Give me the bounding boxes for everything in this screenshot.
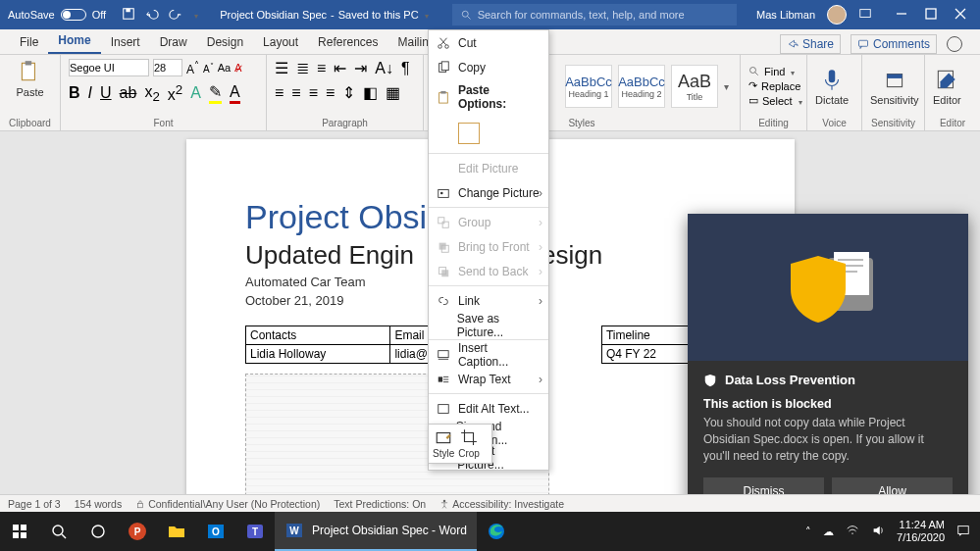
tab-layout[interactable]: Layout xyxy=(253,31,308,54)
tray-notifications-icon[interactable] xyxy=(956,524,970,539)
ribbon-display-icon[interactable] xyxy=(858,7,872,23)
show-marks-icon[interactable]: ¶ xyxy=(401,60,410,77)
share-button[interactable]: Share xyxy=(780,34,841,54)
maximize-icon[interactable] xyxy=(925,8,937,22)
tray-chevron-icon[interactable]: ˄ xyxy=(805,526,811,538)
increase-font-icon[interactable]: A˄ xyxy=(186,60,199,76)
shading-icon[interactable]: ◧ xyxy=(363,83,378,102)
feedback-icon[interactable] xyxy=(947,36,962,52)
borders-icon[interactable]: ▦ xyxy=(386,83,400,102)
bold-button[interactable]: B xyxy=(69,84,80,102)
taskbar-powerpoint[interactable]: P xyxy=(118,512,157,551)
select-button[interactable]: ▭Select xyxy=(748,94,802,107)
mini-style-button[interactable]: Style xyxy=(433,428,454,459)
clear-format-icon[interactable]: A̷ xyxy=(234,62,242,75)
ctx-save-as-picture[interactable]: Save as Picture... xyxy=(429,313,548,337)
font-size-input[interactable] xyxy=(153,59,182,76)
taskbar-word-active[interactable]: W Project Obsidian Spec - Word xyxy=(275,512,477,551)
document-title: Project Obsidian Spec - Saved to this PC xyxy=(206,9,441,21)
mini-crop-button[interactable]: Crop xyxy=(458,428,480,459)
align-left-icon[interactable]: ≡ xyxy=(275,84,284,102)
tab-home[interactable]: Home xyxy=(48,29,100,54)
italic-button[interactable]: I xyxy=(88,84,92,102)
decrease-indent-icon[interactable]: ⇤ xyxy=(334,59,346,77)
status-words[interactable]: 154 words xyxy=(75,498,122,510)
justify-icon[interactable]: ≡ xyxy=(326,84,335,102)
highlight-icon[interactable]: ✎ xyxy=(209,82,222,104)
change-case-icon[interactable]: Aa xyxy=(218,62,231,74)
tab-file[interactable]: File xyxy=(10,31,48,54)
search-bar[interactable]: Search for commands, text, help, and mor… xyxy=(452,4,737,25)
outlook-icon: O xyxy=(206,522,226,541)
username[interactable]: Mas Libman xyxy=(756,9,815,21)
tray-onedrive-icon[interactable]: ☁ xyxy=(823,526,834,538)
ctx-wrap-text[interactable]: Wrap Text xyxy=(429,367,548,391)
align-right-icon[interactable]: ≡ xyxy=(309,84,318,102)
text-effects-icon[interactable]: A xyxy=(190,84,201,102)
status-accessibility[interactable]: Accessibility: Investigate xyxy=(439,498,564,510)
sort-icon[interactable]: A↓ xyxy=(375,60,393,77)
taskbar-explorer[interactable] xyxy=(157,512,196,551)
font-name-input[interactable] xyxy=(69,59,149,76)
tab-draw[interactable]: Draw xyxy=(150,31,197,54)
taskbar-search[interactable] xyxy=(39,512,78,551)
editor-button[interactable]: Editor xyxy=(933,67,961,106)
ctx-edit-alt-text[interactable]: Edit Alt Text... xyxy=(429,396,548,421)
style-heading1[interactable]: AaBbCcHeading 1 xyxy=(565,65,612,108)
ctx-copy[interactable]: Copy xyxy=(429,55,548,79)
taskbar-outlook[interactable]: O xyxy=(196,512,235,551)
taskbar-teams[interactable]: T xyxy=(235,512,275,551)
minimize-icon[interactable] xyxy=(896,8,907,22)
decrease-font-icon[interactable]: A˅ xyxy=(203,61,214,75)
taskbar-edge[interactable] xyxy=(477,512,516,551)
sensitivity-button[interactable]: Sensitivity xyxy=(870,67,919,106)
tab-insert[interactable]: Insert xyxy=(101,31,150,54)
numbering-icon[interactable]: ≣ xyxy=(296,59,309,77)
subscript-button[interactable]: x2 xyxy=(144,83,159,104)
underline-button[interactable]: U xyxy=(100,84,112,102)
tab-design[interactable]: Design xyxy=(197,31,253,54)
line-spacing-icon[interactable]: ⇕ xyxy=(342,83,355,102)
replace-button[interactable]: ↷Replace xyxy=(748,79,802,92)
comments-button[interactable]: Comments xyxy=(851,34,937,54)
tab-references[interactable]: References xyxy=(308,31,387,54)
ctx-link[interactable]: Link xyxy=(429,288,548,313)
windows-icon xyxy=(12,524,27,539)
start-button[interactable] xyxy=(0,512,39,551)
style-title[interactable]: AaBTitle xyxy=(671,65,718,108)
status-predictions[interactable]: Text Predictions: On xyxy=(334,498,426,510)
ctx-insert-caption[interactable]: Insert Caption... xyxy=(429,342,548,367)
style-heading2[interactable]: AaBbCcHeading 2 xyxy=(618,65,665,108)
title-dropdown-icon[interactable] xyxy=(423,9,429,21)
dictate-button[interactable]: Dictate xyxy=(815,67,849,106)
tray-volume-icon[interactable] xyxy=(871,524,885,539)
find-button[interactable]: Find xyxy=(748,66,802,77)
paste-option-keep-source[interactable] xyxy=(458,123,480,144)
undo-icon[interactable] xyxy=(145,7,159,23)
tray-date: 7/16/2020 xyxy=(897,531,945,544)
strikethrough-button[interactable]: ab xyxy=(120,84,137,102)
tray-wifi-icon[interactable] xyxy=(846,524,859,539)
close-icon[interactable] xyxy=(954,8,966,22)
multilevel-icon[interactable]: ≡ xyxy=(317,60,326,77)
taskbar-cortana[interactable] xyxy=(78,512,118,551)
autosave-toggle[interactable]: AutoSave Off xyxy=(0,9,114,21)
font-color-icon[interactable]: A xyxy=(230,83,240,104)
qat-more-icon[interactable] xyxy=(192,9,198,21)
save-icon[interactable] xyxy=(122,7,135,23)
svg-rect-34 xyxy=(438,350,448,357)
increase-indent-icon[interactable]: ⇥ xyxy=(354,59,367,77)
tray-clock[interactable]: 11:24 AM 7/16/2020 xyxy=(897,519,945,543)
redo-icon[interactable] xyxy=(169,7,182,23)
ctx-change-picture[interactable]: Change Picture xyxy=(429,180,548,205)
quick-access-toolbar xyxy=(114,7,206,23)
bullets-icon[interactable]: ☰ xyxy=(275,59,288,77)
avatar[interactable] xyxy=(827,5,847,25)
paste-button[interactable]: Paste xyxy=(16,59,43,98)
status-page[interactable]: Page 1 of 3 xyxy=(8,498,61,510)
ctx-cut[interactable]: Cut xyxy=(429,30,548,55)
status-sensitivity[interactable]: Confidential\Any User (No Protection) xyxy=(135,498,320,510)
superscript-button[interactable]: x2 xyxy=(168,82,182,104)
styles-more-icon[interactable]: ▾ xyxy=(724,81,729,92)
align-center-icon[interactable]: ≡ xyxy=(291,84,300,102)
